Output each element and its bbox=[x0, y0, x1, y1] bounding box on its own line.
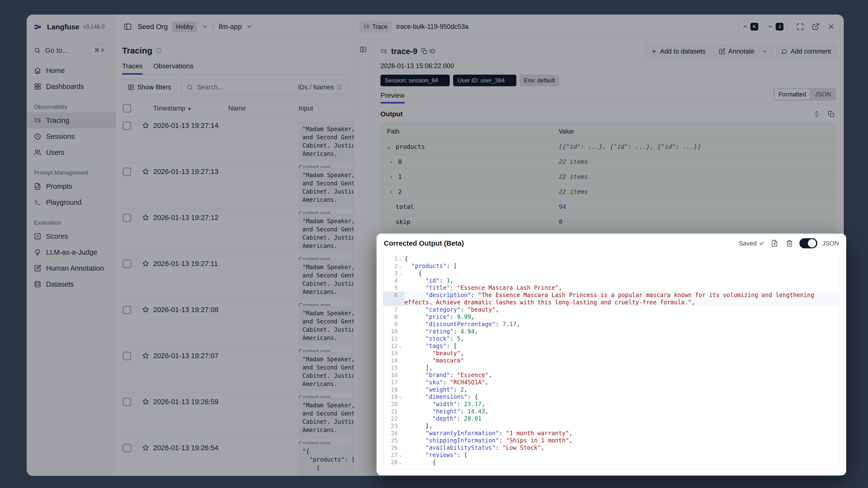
code-text: "category": "beauty", bbox=[404, 306, 840, 313]
code-line[interactable]: 15 ], bbox=[383, 364, 840, 371]
no-icon bbox=[398, 415, 403, 422]
code-line[interactable]: 12⌄ "tags": [ bbox=[383, 342, 840, 349]
code-text: "brand": "Essence", bbox=[404, 371, 840, 379]
no-icon bbox=[398, 292, 403, 306]
code-text: "warrantyInformation": "1 month warranty… bbox=[404, 430, 840, 437]
line-number: 21 bbox=[391, 408, 398, 415]
fold-chevron-icon[interactable]: ⌄ bbox=[398, 270, 403, 277]
line-gutter: 6 bbox=[383, 292, 404, 306]
line-number: 18 bbox=[391, 386, 398, 393]
line-number: 5 bbox=[394, 284, 398, 292]
code-text: { bbox=[404, 255, 840, 263]
code-line[interactable]: 1⌄{ bbox=[383, 255, 840, 263]
no-icon bbox=[398, 386, 403, 393]
code-text: "tags": [ bbox=[404, 342, 840, 349]
code-text: { bbox=[404, 459, 840, 466]
code-line[interactable]: 18 "weight": 2, bbox=[383, 386, 840, 393]
code-text: "stock": 5, bbox=[404, 335, 840, 342]
line-gutter: 7 bbox=[383, 306, 404, 313]
fold-chevron-icon[interactable]: ⌄ bbox=[398, 459, 403, 466]
code-text: "mascara" bbox=[404, 357, 840, 364]
code-line[interactable]: 21 "height": 14.43, bbox=[383, 408, 840, 415]
no-icon bbox=[398, 379, 403, 386]
code-line[interactable]: 10 "rating": 4.94, bbox=[383, 328, 840, 335]
fold-chevron-icon[interactable]: ⌄ bbox=[398, 342, 403, 349]
line-gutter: 10 bbox=[383, 328, 404, 335]
code-text: "beauty", bbox=[404, 349, 840, 357]
code-line[interactable]: 23 }, bbox=[383, 422, 840, 430]
no-icon bbox=[398, 313, 403, 321]
line-number: 20 bbox=[391, 400, 398, 408]
line-gutter: 2⌄ bbox=[383, 263, 404, 270]
line-number: 8 bbox=[394, 313, 398, 321]
no-icon bbox=[398, 277, 403, 284]
line-gutter: 26 bbox=[383, 444, 404, 451]
line-gutter: 28⌄ bbox=[383, 459, 404, 466]
code-text: "reviews": [ bbox=[404, 451, 840, 459]
line-number: 16 bbox=[391, 371, 398, 379]
line-gutter: 13 bbox=[383, 349, 404, 357]
line-number: 27 bbox=[391, 451, 398, 459]
code-line[interactable]: 20 "width": 23.17, bbox=[383, 400, 840, 408]
fold-chevron-icon[interactable]: ⌄ bbox=[398, 255, 403, 263]
code-line[interactable]: 7 "category": "beauty", bbox=[383, 306, 840, 313]
export-file-icon[interactable] bbox=[769, 238, 780, 248]
code-line[interactable]: 16 "brand": "Essence", bbox=[383, 371, 840, 379]
line-number: 26 bbox=[391, 444, 398, 451]
line-gutter: 4 bbox=[383, 277, 404, 284]
code-text: "shippingInformation": "Ships in 1 month… bbox=[404, 437, 840, 444]
line-number: 7 bbox=[394, 306, 398, 313]
no-icon bbox=[398, 371, 403, 379]
code-line[interactable]: 22 "depth": 28.01 bbox=[383, 415, 840, 422]
line-number: 3 bbox=[394, 270, 398, 277]
line-number: 15 bbox=[391, 364, 398, 371]
line-number: 12 bbox=[391, 342, 398, 349]
code-line[interactable]: 8 "price": 9.99, bbox=[383, 313, 840, 321]
code-line[interactable]: 24 "warrantyInformation": "1 month warra… bbox=[383, 430, 840, 437]
code-text: "availabilityStatus": "Low Stock", bbox=[404, 444, 840, 451]
no-icon bbox=[398, 444, 403, 451]
code-line[interactable]: 9 "discountPercentage": 7.17, bbox=[383, 321, 840, 328]
line-number: 14 bbox=[391, 357, 398, 364]
no-icon bbox=[398, 400, 403, 408]
code-line[interactable]: 6 "description": "The Essence Mascara La… bbox=[383, 292, 840, 306]
no-icon bbox=[398, 408, 403, 415]
code-text: "id": 1, bbox=[404, 277, 840, 284]
line-number: 11 bbox=[391, 335, 398, 342]
code-line[interactable]: 25 "shippingInformation": "Ships in 1 mo… bbox=[383, 437, 840, 444]
code-line[interactable]: 4 "id": 1, bbox=[383, 277, 840, 284]
code-line[interactable]: 14 "mascara" bbox=[383, 357, 840, 364]
code-line[interactable]: 27⌄ "reviews": [ bbox=[383, 451, 840, 459]
line-gutter: 12⌄ bbox=[383, 342, 404, 349]
fold-chevron-icon[interactable]: ⌄ bbox=[398, 393, 403, 400]
fold-chevron-icon[interactable]: ⌄ bbox=[398, 263, 403, 270]
line-number: 2 bbox=[394, 263, 398, 270]
code-line[interactable]: 13 "beauty", bbox=[383, 349, 840, 357]
json-editor[interactable]: 1⌄{2⌄ "products": [3⌄ {4 "id": 1,5 "titl… bbox=[383, 253, 840, 469]
line-number: 1 bbox=[394, 255, 398, 263]
line-gutter: 25 bbox=[383, 437, 404, 444]
no-icon bbox=[398, 328, 403, 335]
code-line[interactable]: 19⌄ "dimensions": { bbox=[383, 393, 840, 400]
line-gutter: 8 bbox=[383, 313, 404, 321]
fold-chevron-icon[interactable]: ⌄ bbox=[398, 451, 403, 459]
code-line[interactable]: 17 "sku": "RCH45Q1A", bbox=[383, 379, 840, 386]
code-line[interactable]: 3⌄ { bbox=[383, 270, 840, 277]
line-gutter: 20 bbox=[383, 400, 404, 408]
code-line[interactable]: 26 "availabilityStatus": "Low Stock", bbox=[383, 444, 840, 451]
code-text: "rating": 4.94, bbox=[404, 328, 840, 335]
no-icon bbox=[398, 349, 403, 357]
code-line[interactable]: 28⌄ { bbox=[383, 459, 840, 466]
line-number: 17 bbox=[391, 379, 398, 386]
line-gutter: 22 bbox=[383, 415, 404, 422]
code-line[interactable]: 5 "title": "Essence Mascara Lash Prince"… bbox=[383, 284, 840, 292]
json-toggle[interactable] bbox=[799, 238, 817, 248]
line-gutter: 27⌄ bbox=[383, 451, 404, 459]
line-number: 25 bbox=[391, 437, 398, 444]
code-line[interactable]: 11 "stock": 5, bbox=[383, 335, 840, 342]
line-gutter: 9 bbox=[383, 321, 404, 328]
code-text: "price": 9.99, bbox=[404, 313, 840, 321]
trash-icon[interactable] bbox=[784, 238, 795, 248]
code-line[interactable]: 2⌄ "products": [ bbox=[383, 263, 840, 270]
code-text: "sku": "RCH45Q1A", bbox=[404, 379, 840, 386]
